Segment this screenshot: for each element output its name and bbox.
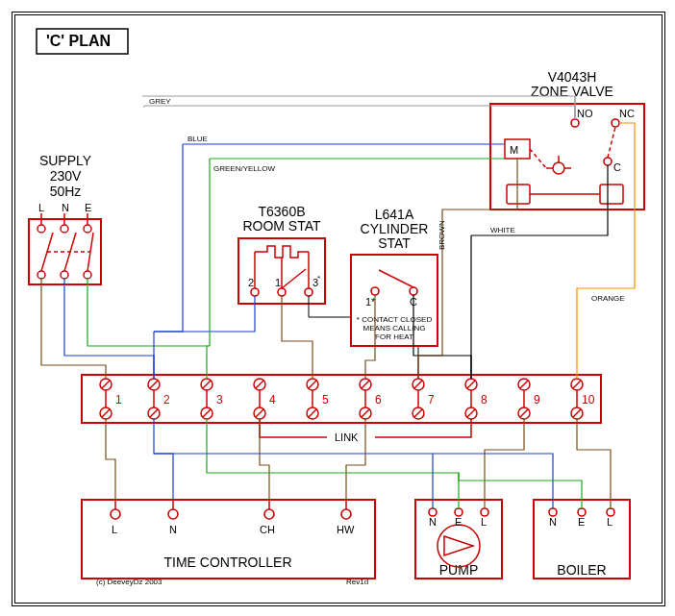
cyl-note1: * CONTACT CLOSED: [357, 315, 433, 324]
boiler-E: E: [578, 516, 585, 528]
pump-E: E: [455, 516, 462, 528]
cyl-label1: CYLINDER: [361, 221, 429, 236]
boiler: BOILER N E L: [534, 500, 630, 579]
tc-CH: CH: [260, 524, 275, 535]
roomstat-model: T6360B: [258, 204, 305, 219]
svg-point-88: [410, 287, 417, 295]
time-controller: TIME CONTROLLER L N CH HW: [82, 500, 375, 579]
supply-N: N: [62, 202, 69, 213]
svg-point-97: [341, 509, 351, 519]
wc-6: 6: [375, 393, 382, 407]
supply-freq: 50Hz: [50, 184, 82, 199]
wire-gy: GREEN/YELLOW: [213, 164, 275, 173]
title: 'C' PLAN: [46, 33, 111, 49]
tc-N: N: [169, 524, 177, 535]
supply-voltage: 230V: [50, 168, 82, 184]
pump-label: PUMP: [439, 562, 478, 578]
roomstat-label: ROOM STAT: [242, 218, 321, 234]
boiler-N: N: [549, 516, 557, 528]
zone-nc: NC: [619, 108, 635, 119]
wc-7: 7: [428, 393, 435, 407]
svg-point-93: [168, 509, 178, 519]
wire-orange: ORANGE: [591, 294, 625, 303]
svg-point-91: [111, 509, 120, 519]
wc-3: 3: [216, 393, 223, 407]
tc-HW: HW: [337, 524, 355, 535]
wire-brown: BROWN: [438, 220, 446, 250]
supply-label: SUPPLY: [39, 153, 92, 168]
wc-4: 4: [269, 393, 276, 407]
zone-c: C: [613, 161, 621, 173]
wc-8: 8: [481, 393, 488, 407]
cyl-model: L641A: [375, 207, 414, 222]
svg-point-105: [549, 508, 557, 516]
wire-grey: GREY: [149, 97, 171, 106]
supply-block: SUPPLY 230V 50Hz L N E: [29, 153, 101, 284]
footer-rev: Rev1d: [346, 578, 368, 586]
zone-label: ZONE VALVE: [531, 84, 613, 99]
diagram-svg: 'C' PLAN 1 2 3 4 5 6: [0, 0, 675, 616]
boiler-L: L: [607, 516, 612, 528]
tc-L: L: [112, 524, 117, 535]
zone-valve: V4043H ZONE VALVE M NO NC C: [490, 69, 644, 209]
svg-point-70: [604, 158, 612, 165]
rs-1: 1: [275, 277, 281, 288]
room-stat: T6360B ROOM STAT 2 1 3 *: [238, 204, 325, 304]
pump-N: N: [429, 516, 437, 528]
cyl-note2: MEANS CALLING: [363, 324, 426, 333]
supply-L: L: [38, 202, 44, 213]
wc-10: 10: [582, 393, 595, 407]
footer-copy: (c) DeeveyDz 2003: [96, 578, 162, 586]
zone-model: V4043H: [548, 69, 597, 85]
svg-point-69: [612, 119, 619, 127]
wc-9: 9: [534, 393, 540, 407]
svg-point-79: [278, 288, 286, 296]
wc-1: 1: [115, 393, 122, 407]
svg-point-101: [429, 508, 437, 516]
wire-white: WHITE: [490, 226, 515, 234]
boiler-label: BOILER: [557, 562, 606, 578]
svg-point-103: [481, 508, 488, 516]
wc-5: 5: [322, 393, 329, 407]
rs-star: *: [317, 274, 320, 283]
cylinder-stat: L641A CYLINDER STAT 1* C * CONTACT CLOSE…: [351, 207, 438, 346]
svg-point-80: [305, 288, 312, 296]
page: { "title": "'C' PLAN", "supply": { "labe…: [0, 0, 675, 616]
svg-point-106: [578, 508, 586, 516]
pump: PUMP N E L: [415, 500, 502, 579]
wire-blue: BLUE: [188, 135, 208, 143]
cyl-label2: STAT: [378, 235, 411, 251]
cyl-note3: FOR HEAT: [375, 333, 413, 341]
link-label: LINK: [335, 431, 359, 443]
zone-motor: M: [510, 144, 518, 156]
supply-E: E: [85, 202, 91, 213]
wiring-centre: 1 2 3 4 5 6 7 8 9 10 LINK: [82, 375, 601, 444]
zone-no: NO: [577, 108, 593, 119]
svg-point-87: [371, 287, 379, 295]
pump-L: L: [481, 516, 487, 528]
tc-label: TIME CONTROLLER: [163, 554, 291, 570]
svg-point-95: [264, 509, 274, 519]
rs-2: 2: [248, 277, 254, 288]
wc-2: 2: [163, 393, 170, 407]
svg-point-102: [455, 508, 462, 516]
svg-point-78: [251, 288, 259, 296]
svg-point-107: [607, 508, 614, 516]
